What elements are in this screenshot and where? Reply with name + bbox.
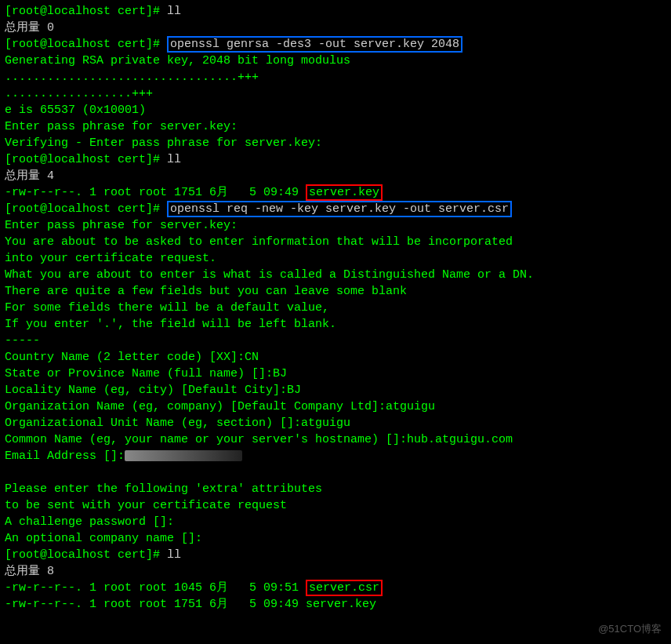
server-key-filename: server.key bbox=[306, 184, 383, 201]
file-listing-prefix: -rw-r--r--. 1 root root 1751 6月 5 09:49 bbox=[5, 186, 306, 199]
terminal-line: [root@localhost cert]# ll bbox=[5, 3, 666, 20]
ls-output-line: -rw-r--r--. 1 root root 1045 6月 5 09:51 … bbox=[5, 580, 666, 596]
csr-prompt-org[interactable]: Organization Name (eg, company) [Default… bbox=[5, 398, 666, 415]
email-label: Email Address []: bbox=[5, 449, 125, 463]
csr-prompt-orgunit[interactable]: Organizational Unit Name (eg, section) [… bbox=[5, 415, 666, 431]
output-line: Generating RSA private key, 2048 bit lon… bbox=[5, 53, 666, 69]
output-line: e is 65537 (0x10001) bbox=[5, 102, 666, 118]
csr-prompt-challenge[interactable]: A challenge password []: bbox=[5, 514, 666, 530]
output-line: There are quite a few fields but you can… bbox=[5, 283, 666, 300]
terminal-line: [root@localhost cert]# openssl genrsa -d… bbox=[5, 36, 666, 53]
shell-prompt[interactable]: [root@localhost cert]# bbox=[5, 202, 167, 216]
output-total: 总用量 0 bbox=[5, 20, 666, 36]
passphrase-verify-prompt[interactable]: Verifying - Enter pass phrase for server… bbox=[5, 135, 666, 151]
openssl-genrsa-command: openssl genrsa -des3 -out server.key 204… bbox=[167, 36, 462, 53]
shell-prompt[interactable]: [root@localhost cert]# bbox=[5, 5, 167, 18]
output-line: ..................+++ bbox=[5, 86, 666, 102]
csr-prompt-country[interactable]: Country Name (2 letter code) [XX]:CN bbox=[5, 349, 666, 366]
server-csr-filename: server.csr bbox=[306, 580, 383, 596]
csr-prompt-state[interactable]: State or Province Name (full name) []:BJ bbox=[5, 366, 666, 382]
csr-prompt-email[interactable]: Email Address []: bbox=[5, 448, 666, 464]
command-text: ll bbox=[167, 5, 181, 18]
csr-prompt-commonname[interactable]: Common Name (eg, your name or your serve… bbox=[5, 431, 666, 448]
ls-output-line: -rw-r--r--. 1 root root 1751 6月 5 09:49 … bbox=[5, 596, 666, 613]
openssl-req-command: openssl req -new -key server.key -out se… bbox=[167, 201, 512, 217]
output-total: 总用量 4 bbox=[5, 168, 666, 184]
output-line: to be sent with your certificate request bbox=[5, 497, 666, 514]
blank-line bbox=[5, 464, 666, 481]
ls-output-line: -rw-r--r--. 1 root root 1751 6月 5 09:49 … bbox=[5, 184, 666, 201]
output-line: .................................+++ bbox=[5, 69, 666, 86]
output-line: into your certificate request. bbox=[5, 250, 666, 267]
output-line: If you enter '.', the field will be left… bbox=[5, 316, 666, 333]
output-line: ----- bbox=[5, 333, 666, 349]
output-line: You are about to be asked to enter infor… bbox=[5, 234, 666, 250]
shell-prompt[interactable]: [root@localhost cert]# bbox=[5, 548, 167, 562]
passphrase-prompt[interactable]: Enter pass phrase for server.key: bbox=[5, 217, 666, 234]
csr-prompt-locality[interactable]: Locality Name (eg, city) [Default City]:… bbox=[5, 382, 666, 398]
output-total: 总用量 8 bbox=[5, 563, 666, 580]
output-line: For some fields there will be a default … bbox=[5, 300, 666, 316]
redacted-email bbox=[125, 450, 242, 461]
command-text: ll bbox=[167, 548, 181, 562]
terminal-line: [root@localhost cert]# openssl req -new … bbox=[5, 201, 666, 217]
terminal-line: [root@localhost cert]# ll bbox=[5, 151, 666, 168]
csr-prompt-optcompany[interactable]: An optional company name []: bbox=[5, 530, 666, 547]
file-listing-prefix: -rw-r--r--. 1 root root 1045 6月 5 09:51 bbox=[5, 581, 306, 595]
watermark: @51CTO博客 bbox=[598, 622, 662, 636]
shell-prompt[interactable]: [root@localhost cert]# bbox=[5, 38, 167, 51]
terminal-line: [root@localhost cert]# ll bbox=[5, 547, 666, 563]
passphrase-prompt[interactable]: Enter pass phrase for server.key: bbox=[5, 118, 666, 135]
output-line: What you are about to enter is what is c… bbox=[5, 267, 666, 283]
shell-prompt[interactable]: [root@localhost cert]# bbox=[5, 153, 167, 166]
output-line: Please enter the following 'extra' attri… bbox=[5, 481, 666, 497]
command-text: ll bbox=[167, 153, 181, 166]
